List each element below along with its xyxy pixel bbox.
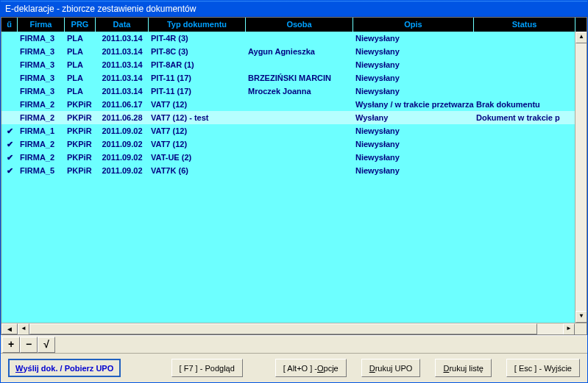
cell-data: 2011.03.14 (96, 45, 149, 58)
cell-typ: VAT7 (12) - test (149, 111, 246, 124)
cell-firma: FIRMA_2 (18, 137, 65, 151)
cell-typ: PIT-11 (17) (149, 71, 246, 85)
cell-typ: PIT-4R (3) (149, 32, 246, 45)
scroll-down-arrow-icon[interactable]: ▼ (575, 311, 587, 323)
cell-data: 2011.03.14 (96, 71, 149, 85)
cell-opis: Niewysłany (353, 164, 474, 177)
hscroll-track[interactable] (29, 323, 563, 334)
client-area: ű Firma PRG Data Typ dokumentu Osoba Opi… (1, 17, 587, 382)
cell-data: 2011.03.14 (96, 85, 149, 98)
cell-typ: VAT7 (12) (149, 137, 246, 151)
cell-opis: Niewysłany (353, 58, 474, 71)
row-checkmark[interactable]: ✔ (1, 137, 18, 151)
print-list-hotkey: D (443, 364, 449, 373)
grid-body[interactable]: FIRMA_3PLA2011.03.14PIT-4R (3)Niewysłany… (1, 32, 587, 323)
cell-opis: Wysłany / w trakcie przetwarzania (353, 98, 474, 111)
table-row[interactable]: FIRMA_3PLA2011.03.14PIT-11 (17)Mroczek J… (1, 85, 587, 98)
cell-opis: Niewysłany (353, 32, 474, 45)
send-download-button[interactable]: Wyślij dok. / Pobierz UPO (8, 359, 121, 377)
options-button[interactable]: [ Alt+O ] - Opcje (275, 359, 347, 377)
cell-firma: FIRMA_5 (18, 164, 65, 177)
cell-data: 2011.03.14 (96, 32, 149, 45)
col-header-prg[interactable]: PRG (65, 18, 96, 32)
cell-firma: FIRMA_2 (18, 151, 65, 164)
print-upo-button[interactable]: Drukuj UPO (361, 359, 421, 377)
cell-typ: VAT7 (12) (149, 98, 246, 111)
col-header-status[interactable]: Status (474, 18, 575, 32)
cell-typ: PIT-8C (3) (149, 45, 246, 58)
cell-prg: PLA (65, 58, 96, 71)
scroll-left-arrow-icon[interactable]: ◄ (18, 323, 29, 335)
remove-row-button[interactable]: − (20, 337, 38, 353)
print-upo-hotkey: D (369, 364, 375, 373)
cell-firma: FIRMA_3 (18, 85, 65, 98)
cell-prg: PKPiR (65, 137, 96, 151)
cell-opis: Niewysłany (353, 151, 474, 164)
table-row[interactable]: FIRMA_2PKPiR2011.06.28VAT7 (12) - testWy… (1, 111, 587, 124)
table-row[interactable]: ✔FIRMA_2PKPiR2011.09.02VAT7 (12)Niewysła… (1, 137, 587, 151)
hscroll-thumb[interactable] (29, 323, 537, 334)
table-row[interactable]: FIRMA_3PLA2011.03.14PIT-4R (3)Niewysłany (1, 32, 587, 45)
grid-nav-bar: + − √ (1, 335, 587, 353)
cell-typ: VAT7K (6) (149, 164, 246, 177)
cell-firma: FIRMA_3 (18, 71, 65, 85)
col-header-osoba[interactable]: Osoba (246, 18, 353, 32)
vertical-scrollbar[interactable]: ▲ ▼ (575, 32, 587, 323)
print-list-button[interactable]: Drukuj listę (435, 359, 491, 377)
row-checkmark[interactable]: ✔ (1, 124, 18, 137)
col-header-opis[interactable]: Opis (353, 18, 474, 32)
cell-firma: FIRMA_2 (18, 111, 65, 124)
cell-prg: PLA (65, 85, 96, 98)
cell-typ: PIT-8AR (1) (149, 58, 246, 71)
scroll-up-arrow-icon[interactable]: ▲ (575, 32, 587, 43)
table-row[interactable]: FIRMA_3PLA2011.03.14PIT-11 (17)BRZEZIŃSK… (1, 71, 587, 85)
window-title: E-deklaracje - zbiorcze zestawienie doku… (5, 4, 196, 14)
send-label: yślij dok. / Pobierz UPO (23, 364, 113, 373)
table-row[interactable]: FIRMA_2PKPiR2011.06.17VAT7 (12)Wysłany /… (1, 98, 587, 111)
row-checkmark[interactable]: ✔ (1, 164, 18, 177)
app-window: E-deklaracje - zbiorcze zestawienie doku… (0, 0, 588, 383)
cell-prg: PLA (65, 32, 96, 45)
cell-opis: Niewysłany (353, 71, 474, 85)
add-row-button[interactable]: + (2, 337, 20, 353)
horizontal-scrollbar[interactable]: ◄ ◄ ► (1, 323, 587, 334)
confirm-row-button[interactable]: √ (38, 337, 55, 353)
cell-firma: FIRMA_1 (18, 124, 65, 137)
row-indicator-icon: ◄ (1, 323, 18, 334)
check-icon: ✔ (7, 126, 13, 135)
scroll-right-arrow-icon[interactable]: ► (563, 323, 575, 335)
col-header-data[interactable]: Data (96, 18, 149, 32)
cell-firma: FIRMA_3 (18, 45, 65, 58)
preview-button[interactable]: [ F7 ] - Podgląd (171, 359, 243, 377)
col-header-firma[interactable]: Firma (18, 18, 65, 32)
options-hotkey: O (317, 364, 324, 373)
cell-data: 2011.06.28 (96, 111, 149, 124)
titlebar[interactable]: E-deklaracje - zbiorcze zestawienie doku… (1, 1, 587, 17)
cell-status: Brak dokumentu (474, 98, 575, 111)
col-header-typ[interactable]: Typ dokumentu (149, 18, 246, 32)
row-checkmark[interactable]: ✔ (1, 151, 18, 164)
cell-opis: Niewysłany (353, 85, 474, 98)
scroll-track[interactable] (575, 43, 587, 311)
send-hotkey: W (15, 364, 23, 373)
cell-data: 2011.06.17 (96, 98, 149, 111)
cell-firma: FIRMA_3 (18, 32, 65, 45)
check-icon: ✔ (7, 166, 13, 175)
data-grid: ű Firma PRG Data Typ dokumentu Osoba Opi… (1, 17, 587, 335)
table-row[interactable]: ✔FIRMA_1PKPiR2011.09.02VAT7 (12)Niewysła… (1, 124, 587, 137)
table-row[interactable]: FIRMA_3PLA2011.03.14PIT-8AR (1)Niewysłan… (1, 58, 587, 71)
options-prefix: [ Alt+O ] - (283, 364, 317, 373)
cell-firma: FIRMA_2 (18, 98, 65, 111)
cell-osoba: Aygun Agnieszka (246, 45, 353, 58)
cell-typ: PIT-11 (17) (149, 85, 246, 98)
cell-prg: PLA (65, 45, 96, 58)
cell-prg: PKPiR (65, 164, 96, 177)
col-header-check[interactable]: ű (1, 18, 18, 32)
exit-button[interactable]: [ Esc ] - Wyjście (506, 359, 580, 377)
table-row[interactable]: FIRMA_3PLA2011.03.14PIT-8C (3)Aygun Agni… (1, 45, 587, 58)
button-bar: Wyślij dok. / Pobierz UPO [ F7 ] - Podgl… (1, 353, 587, 382)
cell-data: 2011.09.02 (96, 164, 149, 177)
table-row[interactable]: ✔FIRMA_2PKPiR2011.09.02VAT-UE (2)Niewysł… (1, 151, 587, 164)
table-row[interactable]: ✔FIRMA_5PKPiR2011.09.02VAT7K (6)Niewysła… (1, 164, 587, 177)
cell-firma: FIRMA_3 (18, 58, 65, 71)
